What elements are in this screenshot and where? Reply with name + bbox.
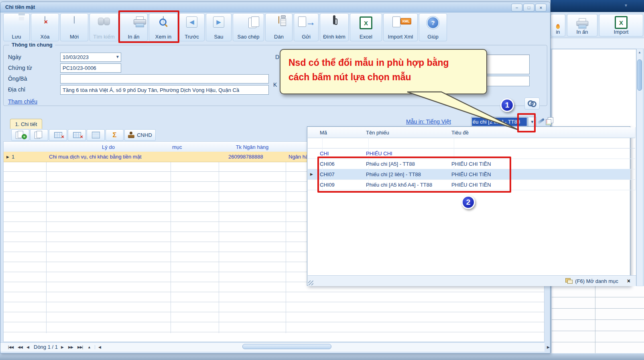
column-header-ly-do[interactable]: Lý do: [46, 141, 171, 153]
add-row-button[interactable]: +: [11, 129, 29, 141]
paste-button[interactable]: Dán: [265, 13, 293, 41]
help-button[interactable]: ? Giúp: [419, 13, 447, 41]
column-header-muc[interactable]: mục: [171, 141, 221, 153]
grid-line: [286, 152, 286, 333]
callout-tail: [401, 90, 522, 132]
delete-row-button[interactable]: ×: [49, 129, 67, 141]
payee-field[interactable]: [60, 74, 269, 83]
previous-button[interactable]: ◀ Trước: [179, 13, 205, 41]
attach-button[interactable]: Đính kèm: [320, 13, 349, 41]
callout-line1: Nsd có thể đổi mẫu in phù hợp bằng: [288, 56, 478, 70]
button-label: Tìm kiếm: [90, 34, 118, 40]
cell-muc[interactable]: [171, 152, 225, 162]
grid-layout-button[interactable]: [87, 129, 105, 141]
grid-line: [219, 152, 219, 333]
date-combobox[interactable]: 10/03/2023 ▼: [60, 53, 121, 62]
background-print-button[interactable]: In ấn: [567, 14, 597, 37]
nav-last-button[interactable]: ▶▶|: [77, 345, 83, 349]
copy-button[interactable]: Sao chép: [233, 13, 264, 41]
nav-first-button[interactable]: |◀◀: [8, 345, 13, 349]
address-field[interactable]: Tầng 6 tòa nhà Việt Á, số 9 phố Duy Tân,…: [60, 85, 269, 95]
date-label: Ngày: [8, 54, 21, 60]
scroll-left-button[interactable]: ◀: [95, 345, 101, 349]
popup-footer: (F6) Mở danh mục ×: [308, 275, 636, 286]
date-value: 10/03/2023: [63, 54, 89, 60]
new-button[interactable]: Mới: [60, 13, 88, 41]
paperclip-icon: [333, 15, 335, 24]
next-button[interactable]: ▶ Sau: [206, 13, 232, 41]
scroll-up-icon[interactable]: ▲: [638, 51, 641, 54]
close-button[interactable]: ×: [535, 4, 546, 12]
nav-next-button[interactable]: ▶: [61, 345, 63, 349]
popup-filter-cell[interactable]: [317, 138, 369, 148]
open-catalog-icon: [565, 278, 572, 284]
horizontal-scrollbar-thumb[interactable]: [242, 344, 331, 349]
background-scrollbar-thumb[interactable]: [637, 59, 642, 91]
resize-grip[interactable]: [308, 281, 313, 285]
document-number-value: PC10/23-0006: [63, 65, 96, 71]
arrow-left-icon: ◀: [186, 16, 197, 28]
excel-button[interactable]: X Excel: [350, 13, 382, 41]
callout-line2: cách bấm nút lựa chọn mẫu: [288, 70, 478, 85]
background-import-button[interactable]: X Import: [599, 14, 643, 37]
duplicate-row-button[interactable]: [30, 129, 48, 141]
step-2-badge: 2: [461, 195, 475, 209]
bottom-edge-strip: [0, 354, 644, 360]
row-marker-cell[interactable]: ▶ 1: [4, 152, 52, 162]
cnhd-button[interactable]: CNHD: [124, 129, 156, 141]
background-window-titlebar: ▼: [551, 0, 644, 12]
import-xml-button[interactable]: XML Import Xml: [383, 13, 418, 41]
person-desk-icon: [128, 132, 134, 138]
link-button[interactable]: [524, 98, 540, 110]
row-counter: Dòng 1 / 1: [34, 344, 58, 350]
save-button[interactable]: Lưu: [3, 13, 30, 41]
button-label: Lưu: [4, 34, 29, 40]
attachment-label-clipped: K: [273, 81, 277, 88]
button-label: in: [556, 29, 560, 35]
annotation-box-dropdown-button: [517, 113, 536, 132]
button-label: Đính kèm: [320, 34, 348, 40]
nav-prev-page-button[interactable]: ◀◀: [18, 345, 22, 349]
delete-all-rows-button[interactable]: ×: [68, 129, 86, 141]
minimize-button[interactable]: –: [511, 4, 522, 12]
sum-button[interactable]: Σ: [106, 129, 124, 141]
button-label: In ấn: [577, 29, 588, 35]
popup-header-ma[interactable]: Mã: [317, 127, 369, 138]
maximize-button[interactable]: □: [523, 4, 534, 12]
scroll-right-button[interactable]: ▶: [547, 345, 549, 349]
button-label: Import Xml: [384, 34, 417, 40]
titlebar: Chi tiền mặt – □ ×: [0, 2, 550, 12]
nav-next-page-button[interactable]: ▶▶: [68, 345, 73, 349]
annotation-box-print-buttons: [118, 10, 179, 43]
send-button[interactable]: → Gửi: [294, 13, 319, 41]
reference-link[interactable]: Tham chiếu: [8, 98, 37, 105]
printer-icon: [577, 18, 588, 29]
cnhd-label: CNHD: [137, 132, 152, 138]
nav-collapse-button[interactable]: ▲: [87, 345, 91, 349]
rows-icon: [92, 132, 100, 138]
document-number-field[interactable]: PC10/23-0006: [60, 63, 121, 73]
cell-ly-do[interactable]: Chi mua dịch vụ, chi khác bằng tiền mặt: [46, 152, 177, 162]
popup-filter-cell[interactable]: [364, 138, 454, 148]
column-header-tk-ngan-hang[interactable]: Tk Ngân hàng: [219, 141, 286, 153]
row-number: 1: [12, 154, 14, 160]
nav-prev-button[interactable]: ◀: [26, 345, 29, 349]
background-window-grid: [552, 286, 644, 353]
step-1-badge: 1: [500, 98, 514, 112]
tab-label: 1. Chi tiết: [15, 121, 37, 127]
tab-chi-tiet[interactable]: 1. Chi tiết: [10, 119, 42, 129]
description-label-clipped: D: [275, 54, 279, 60]
help-icon: ?: [427, 16, 439, 29]
window-title: Chi tiền mặt: [5, 4, 35, 10]
background-partial-button[interactable]: in: [551, 14, 565, 37]
new-page-icon: [74, 16, 75, 24]
chevron-down-icon[interactable]: ▼: [116, 55, 120, 59]
document-number-label: Chứng từ: [8, 65, 32, 71]
popup-close-icon[interactable]: ×: [627, 278, 630, 284]
delete-button[interactable]: × Xóa: [31, 13, 59, 41]
excel-icon: X: [615, 16, 628, 29]
screen: ▼ in In ấn X Import ▲ Chi tiền mặt – □ ×…: [0, 0, 644, 360]
open-catalog-label[interactable]: (F6) Mở danh mục: [575, 278, 618, 284]
popup-filter-cell[interactable]: [449, 138, 636, 148]
address-label: Địa chỉ: [8, 86, 25, 93]
